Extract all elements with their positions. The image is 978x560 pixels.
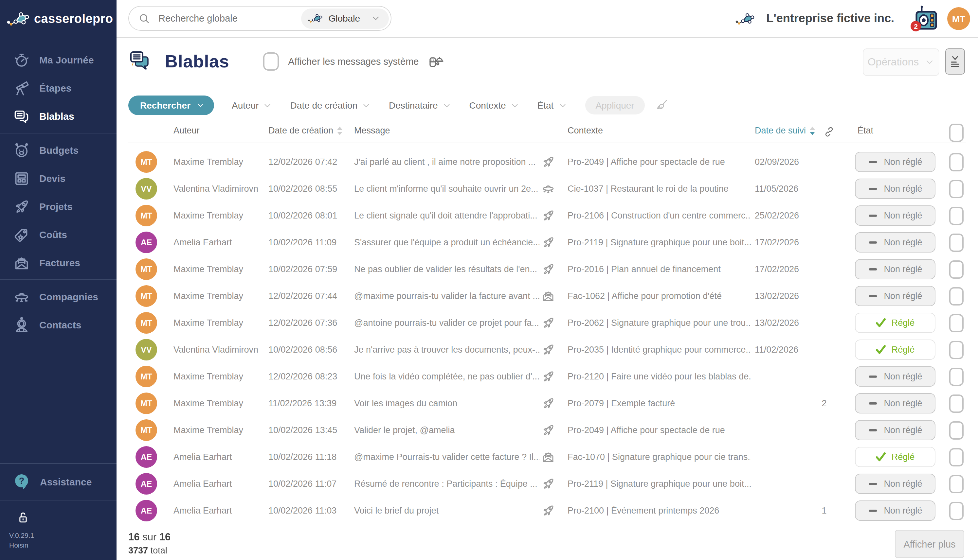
table-row[interactable]: MT Maxime Tremblay 12/02/2026 08:23 Une …	[117, 363, 978, 390]
row-checkbox[interactable]	[949, 180, 964, 198]
system-messages-checkbox[interactable]	[263, 52, 279, 71]
row-checkbox[interactable]	[949, 448, 964, 466]
column-header-context[interactable]: Contexte	[567, 126, 603, 135]
message-cell[interactable]: Résumé de rencontre : Participants : Équ…	[354, 470, 539, 497]
table-row[interactable]: MT Maxime Tremblay 11/02/2026 13:39 Voir…	[117, 390, 978, 417]
sidebar-item-co-ts[interactable]: Coûts	[0, 220, 117, 248]
status-badge[interactable]: Non réglé	[855, 259, 935, 279]
sidebar-item-ma-journ-e[interactable]: Ma Journée	[0, 46, 117, 74]
table-row[interactable]: MT Maxime Tremblay 12/02/2026 07:42 J'ai…	[117, 148, 978, 175]
row-checkbox[interactable]	[949, 233, 964, 252]
column-header-follow-date[interactable]: Date de suivi	[755, 126, 816, 135]
sidebar-item-assistance[interactable]: ? Assistance	[0, 466, 117, 497]
message-cell[interactable]: Ne pas oublier de valider les résultats …	[354, 256, 539, 283]
clear-filters-broom-icon[interactable]	[655, 99, 668, 112]
message-cell[interactable]: J'ai parlé au client , il aime notre pro…	[354, 148, 539, 175]
unlock-icon[interactable]	[16, 509, 30, 525]
search-filter-button[interactable]: Rechercher	[128, 95, 214, 115]
row-checkbox[interactable]	[949, 502, 964, 520]
context-cell[interactable]: Pro-2100 | Événement printemps 2026	[567, 497, 751, 524]
sidebar-item-devis[interactable]: Devis	[0, 164, 117, 192]
column-header-message[interactable]: Message	[354, 126, 390, 135]
row-checkbox[interactable]	[949, 340, 964, 359]
status-badge[interactable]: Réglé	[855, 340, 935, 360]
search-input[interactable]	[157, 12, 301, 24]
context-cell[interactable]: Cie-1037 | Restaurant le roi de la pouti…	[567, 175, 751, 202]
sort-arrows-icon[interactable]	[337, 126, 343, 135]
row-checkbox[interactable]	[949, 475, 964, 493]
message-cell[interactable]: Le client signale qu'il doit attendre l'…	[354, 202, 539, 229]
status-badge[interactable]: Réglé	[855, 313, 935, 333]
message-cell[interactable]: Valider le projet, @amelia	[354, 417, 539, 443]
message-cell[interactable]: Je n'arrive pas à trouver les documents,…	[354, 336, 539, 363]
context-cell[interactable]: Pro-2062 | Signature graphique pour une …	[567, 310, 751, 336]
column-header-author[interactable]: Auteur	[174, 126, 200, 135]
column-header-links[interactable]	[823, 126, 835, 138]
sidebar-item-blablas[interactable]: Blablas	[0, 102, 117, 130]
sidebar-item-factures[interactable]: Factures	[0, 248, 117, 277]
status-badge[interactable]: Non réglé	[855, 286, 935, 306]
filter-dropdown[interactable]: Auteur	[232, 100, 273, 110]
table-row[interactable]: MT Maxime Tremblay 12/02/2026 07:36 @ant…	[117, 310, 978, 336]
sidebar-item-projets[interactable]: Projets	[0, 192, 117, 220]
global-search-bar[interactable]: Globale	[128, 6, 391, 31]
table-row[interactable]: AE Amelia Earhart 10/02/2026 11:09 S'ass…	[117, 229, 978, 256]
message-cell[interactable]: S'assurer que l'équipe a produit un éché…	[354, 229, 539, 256]
status-badge[interactable]: Non réglé	[855, 420, 935, 440]
context-cell[interactable]: Pro-2079 | Exemple facturé	[567, 390, 751, 417]
status-badge[interactable]: Non réglé	[855, 473, 935, 494]
status-badge[interactable]: Non réglé	[855, 393, 935, 413]
status-badge[interactable]: Non réglé	[855, 500, 935, 521]
context-cell[interactable]: Fac-1070 | Signature graphique pour cie …	[567, 443, 751, 470]
context-cell[interactable]: Pro-2119 | Signature graphique pour une …	[567, 470, 751, 497]
filter-dropdown[interactable]: Destinataire	[389, 100, 451, 110]
row-checkbox[interactable]	[949, 287, 964, 305]
message-cell[interactable]: Voici le brief du projet	[354, 497, 539, 524]
table-row[interactable]: MT Maxime Tremblay 12/02/2026 07:44 @max…	[117, 283, 978, 310]
table-row[interactable]: VV Valentina Vladimirovn 10/02/2026 08:5…	[117, 336, 978, 363]
message-cell[interactable]: @antoine pourrais-tu valider ce projet p…	[354, 310, 539, 336]
message-cell[interactable]: Le client m'informe qu'il souhaite ouvri…	[354, 175, 539, 202]
status-badge[interactable]: Non réglé	[855, 232, 935, 253]
search-scope-dropdown[interactable]: Globale	[301, 8, 389, 28]
filter-dropdown[interactable]: État	[537, 100, 567, 110]
context-cell[interactable]: Pro-2049 | Affiche pour spectacle de rue	[567, 148, 751, 175]
row-checkbox[interactable]	[949, 421, 964, 439]
table-row[interactable]: AE Amelia Earhart 10/02/2026 11:07 Résum…	[117, 470, 978, 497]
context-cell[interactable]: Pro-2016 | Plan annuel de financement	[567, 256, 751, 283]
collapse-list-button[interactable]	[945, 48, 965, 75]
status-badge[interactable]: Non réglé	[855, 178, 935, 199]
message-cell[interactable]: Une fois la vidéo complétée, ne pas oubl…	[354, 363, 539, 390]
table-row[interactable]: MT Maxime Tremblay 10/02/2026 07:59 Ne p…	[117, 256, 978, 283]
user-avatar[interactable]: MT	[947, 7, 970, 30]
row-checkbox[interactable]	[949, 153, 964, 171]
operations-button[interactable]: Opérations	[863, 48, 940, 76]
column-header-created[interactable]: Date de création	[269, 126, 343, 135]
sort-desc-active-icon[interactable]	[809, 126, 816, 135]
brand-logo[interactable]: casserolepro	[0, 0, 117, 37]
status-badge[interactable]: Non réglé	[855, 205, 935, 226]
filter-dropdown[interactable]: Contexte	[469, 100, 519, 110]
row-checkbox[interactable]	[949, 367, 964, 386]
row-checkbox[interactable]	[949, 207, 964, 225]
table-row[interactable]: AE Amelia Earhart 10/02/2026 11:03 Voici…	[117, 497, 978, 524]
show-more-button[interactable]: Afficher plus	[895, 530, 964, 558]
message-cell[interactable]: @maxime Pourrais-tu valider cette factur…	[354, 443, 539, 470]
table-row[interactable]: VV Valentina Vladimirovn 10/02/2026 08:5…	[117, 175, 978, 202]
context-cell[interactable]: Pro-2120 | Faire une vidéo pour les blab…	[567, 363, 751, 390]
context-cell[interactable]: Fac-1062 | Affiche pour promotion d'été	[567, 283, 751, 310]
sidebar-item--tapes[interactable]: Étapes	[0, 74, 117, 102]
context-cell[interactable]: Pro-2049 | Affiche pour spectacle de rue	[567, 417, 751, 443]
table-row[interactable]: MT Maxime Tremblay 10/02/2026 13:45 Vali…	[117, 417, 978, 443]
context-cell[interactable]: Pro-2035 | Identité graphique pour comme…	[567, 336, 751, 363]
status-badge[interactable]: Non réglé	[855, 152, 935, 172]
context-cell[interactable]: Pro-2119 | Signature graphique pour une …	[567, 229, 751, 256]
column-header-status[interactable]: État	[858, 126, 873, 135]
sidebar-item-contacts[interactable]: Contacts	[0, 311, 117, 339]
filter-dropdown[interactable]: Date de création	[290, 100, 371, 110]
message-cell[interactable]: Voir les images du camion	[354, 390, 539, 417]
select-all-checkbox[interactable]	[949, 123, 964, 142]
status-badge[interactable]: Réglé	[855, 447, 935, 467]
table-row[interactable]: AE Amelia Earhart 10/02/2026 11:18 @maxi…	[117, 443, 978, 470]
message-cell[interactable]: @maxime pourrais-tu valider la facture a…	[354, 283, 539, 310]
